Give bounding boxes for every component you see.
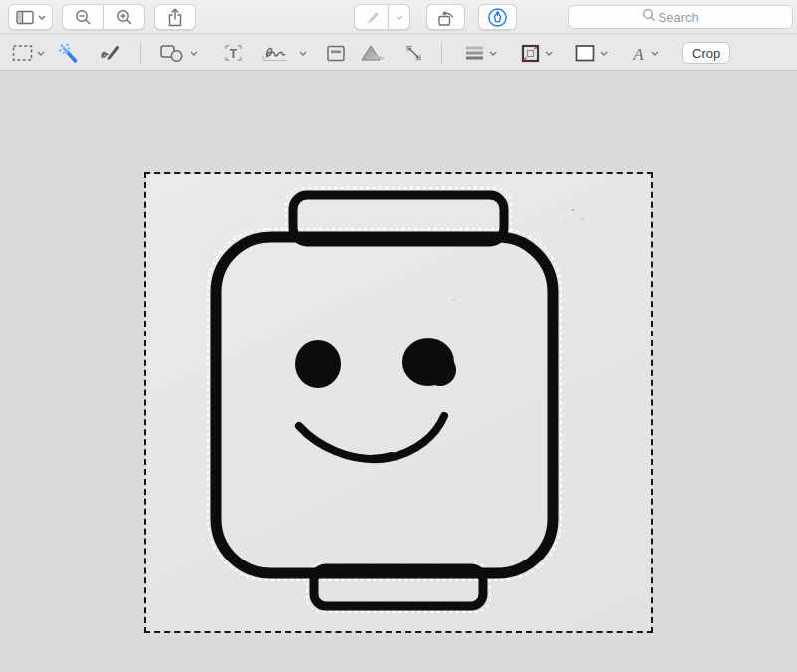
sketch-button[interactable] xyxy=(98,35,122,71)
sidebar-button[interactable] xyxy=(8,4,53,30)
chevron-down-icon xyxy=(651,51,659,56)
zoom-in-button[interactable] xyxy=(104,4,145,30)
chevron-down-icon xyxy=(396,15,403,20)
shapes-button[interactable] xyxy=(159,35,198,71)
lego-head-drawing xyxy=(146,174,651,631)
magnifier-icon xyxy=(642,8,659,26)
magic-wand-icon xyxy=(58,43,80,64)
instant-alpha-button[interactable] xyxy=(58,35,80,71)
chevron-down-icon xyxy=(600,51,608,56)
fill-color-button[interactable] xyxy=(574,35,608,71)
search-input[interactable] xyxy=(659,10,720,25)
share-button[interactable] xyxy=(154,4,196,30)
dashed-rect-icon xyxy=(12,44,33,62)
text-box-icon: T xyxy=(223,43,244,63)
pen-icon xyxy=(363,9,381,25)
chevron-down-icon xyxy=(545,51,553,56)
chevron-down-icon xyxy=(37,51,45,56)
selection-tools-button[interactable] xyxy=(12,35,45,71)
document-canvas[interactable] xyxy=(0,71,797,672)
search-field[interactable] xyxy=(568,5,793,29)
chevron-down-icon xyxy=(190,51,198,56)
chevron-down-icon xyxy=(38,15,46,20)
resize-arrows-icon xyxy=(403,43,424,63)
chevron-down-icon xyxy=(299,51,307,56)
text-style-button[interactable]: A xyxy=(630,35,659,71)
zoom-out-button[interactable] xyxy=(62,4,104,30)
border-color-button[interactable] xyxy=(520,35,553,71)
text-tool-button[interactable]: T xyxy=(223,35,244,71)
shapes-icon xyxy=(159,43,186,64)
signature-icon xyxy=(259,43,295,64)
document-image[interactable] xyxy=(146,174,651,631)
svg-text:A: A xyxy=(632,44,644,63)
annotate-pen-dropdown[interactable] xyxy=(389,4,410,30)
zoom-in-icon xyxy=(116,9,133,26)
sketch-pen-icon xyxy=(98,43,122,64)
chevron-down-icon xyxy=(489,51,497,56)
share-icon xyxy=(167,8,183,27)
markup-pen-tip-icon xyxy=(487,7,508,28)
note-button[interactable] xyxy=(326,35,346,71)
toolbar-divider xyxy=(441,43,442,64)
zoom-out-icon xyxy=(75,9,92,26)
border-color-icon xyxy=(520,43,541,63)
annotate-pen-button[interactable] xyxy=(354,4,389,30)
rotate-left-button[interactable] xyxy=(426,4,465,30)
main-toolbar xyxy=(0,0,797,34)
fill-color-icon xyxy=(574,43,596,63)
line-weights-icon xyxy=(464,44,485,62)
preview-window: T xyxy=(0,0,797,672)
sidebar-icon xyxy=(16,10,34,25)
letter-a-icon: A xyxy=(630,44,647,63)
rotate-left-icon xyxy=(436,8,456,27)
toolbar-divider xyxy=(140,43,141,64)
note-icon xyxy=(326,44,346,63)
prism-icon xyxy=(359,43,387,64)
shape-style-button[interactable] xyxy=(464,35,497,71)
markup-toolbar: T xyxy=(0,35,797,71)
show-markup-toolbar-button[interactable] xyxy=(478,4,517,30)
adjust-size-button[interactable] xyxy=(403,35,424,71)
svg-text:T: T xyxy=(230,47,238,61)
crop-button[interactable]: Crop xyxy=(682,42,730,64)
sign-button[interactable] xyxy=(259,35,307,71)
adjust-color-button[interactable] xyxy=(359,35,387,71)
